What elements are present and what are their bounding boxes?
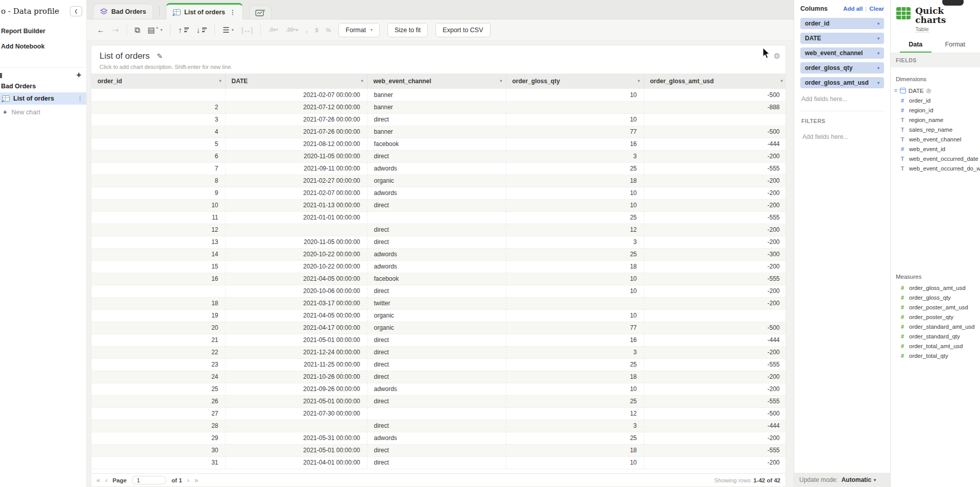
table-row[interactable]: 142020-10-22 00:00:00adwords25-300 <box>91 248 786 260</box>
table-row[interactable]: 202021-04-17 00:00:00organic77-500 <box>91 322 786 334</box>
column-pill-order_gloss_amt_usd[interactable]: order_gloss_amt_usd▾ <box>800 77 884 88</box>
export-to-csv-button[interactable]: Export to CSV <box>435 23 490 37</box>
tab-format[interactable]: Format <box>936 41 975 53</box>
dimension-region_id[interactable]: #region_id <box>891 106 980 115</box>
sidebar-item-report-builder[interactable]: Report Builder <box>0 23 86 39</box>
page-number-input[interactable] <box>132 476 166 484</box>
previous-page-icon[interactable]: ‹ <box>105 476 107 484</box>
column-header-web_event_channel[interactable]: web_event_channel▾ <box>367 74 506 89</box>
add-all-link[interactable]: Add all <box>843 6 863 12</box>
dimension-DATE[interactable]: =DATE◎ <box>891 86 980 96</box>
back-arrow-icon[interactable]: ← <box>97 26 105 34</box>
column-header-order_id[interactable]: order_id▾ <box>91 74 225 89</box>
table-row[interactable]: 272021-07-30 00:00:0012-500 <box>91 407 786 420</box>
table-row[interactable]: 262021-05-01 00:00:00direct25-555 <box>91 395 786 407</box>
column-pill-order_gloss_qty[interactable]: order_gloss_qty▾ <box>800 62 884 74</box>
add-report-button[interactable]: + <box>77 72 81 78</box>
first-page-icon[interactable]: « <box>96 476 100 484</box>
measure-order_gloss_amt_usd[interactable]: #order_gloss_amt_usd <box>891 283 980 293</box>
tab-options-kebab-icon[interactable]: ⋮ <box>230 9 236 16</box>
table-row[interactable]: 32021-07-26 00:00:00direct10 <box>91 113 786 126</box>
next-page-icon[interactable]: › <box>187 476 189 484</box>
dimension-web_event_occurred_do_w_n[interactable]: Tweb_event_occurred_do_w_n <box>891 164 980 174</box>
edit-title-pencil-icon[interactable]: ✎ <box>157 52 163 60</box>
tab-data[interactable]: Data <box>896 41 936 53</box>
column-pill-web_event_channel[interactable]: web_event_channel▾ <box>800 47 884 59</box>
number-field-icon: # <box>899 295 905 301</box>
table-row[interactable]: 112021-01-01 00:00:0025-555 <box>91 211 786 224</box>
dimension-sales_rep_name[interactable]: Tsales_rep_name <box>891 125 980 135</box>
table-row[interactable]: 82021-02-27 00:00:00organic18-200 <box>91 175 786 187</box>
dimension-web_event_id[interactable]: #web_event_id <box>891 144 980 154</box>
measure-order_poster_qty[interactable]: #order_poster_qty <box>891 312 980 322</box>
calendar-icon <box>900 88 906 93</box>
table-row[interactable]: 62020-11-05 00:00:00direct3-200 <box>91 150 786 162</box>
update-mode-dropdown[interactable]: Automatic ▾ <box>841 476 876 483</box>
format-button[interactable]: Format▾ <box>338 23 380 37</box>
sidebar-collapse-button[interactable]: ❮ <box>70 6 82 16</box>
column-pill-order_id[interactable]: order_id▾ <box>800 18 884 29</box>
table-row[interactable]: 132020-11-05 00:00:00direct3-200 <box>91 236 786 248</box>
sort-descending-icon[interactable]: ↓ <box>197 26 207 34</box>
measure-order_poster_amt_usd[interactable]: #order_poster_amt_usd <box>891 303 980 312</box>
column-header-DATE[interactable]: DATE▾ <box>225 74 367 89</box>
columns-add-fields-dropzone[interactable]: Add fields here... <box>800 92 884 111</box>
chart-title[interactable]: List of orders <box>100 51 150 61</box>
measure-order_gloss_qty[interactable]: #order_gloss_qty <box>891 293 980 303</box>
filters-add-fields-dropzone[interactable]: Add fields here... <box>801 124 883 149</box>
dimension-web_event_channel[interactable]: Tweb_event_channel <box>891 135 980 144</box>
align-icon[interactable]: ☰▾ <box>223 26 233 34</box>
table-row[interactable]: 52021-08-12 00:00:00facebook16-444 <box>91 138 786 150</box>
table-settings-gear-icon[interactable]: ⚙ <box>774 52 780 61</box>
chart-description-placeholder[interactable]: Click to add chart description. Shift-en… <box>100 64 777 70</box>
sidebar-item-add-notebook[interactable]: Add Notebook <box>0 39 86 54</box>
table-row[interactable]: 212021-05-01 00:00:00direct16-444 <box>91 334 786 346</box>
sidebar-report-bad-orders[interactable]: Bad Orders <box>0 80 86 92</box>
comma-format-icon: , <box>306 27 307 33</box>
clear-link[interactable]: Clear <box>869 6 884 12</box>
number-field-icon: # <box>899 285 905 291</box>
table-row[interactable]: 232021-11-25 00:00:00direct25-555 <box>91 358 786 371</box>
dimension-web_event_occurred_date[interactable]: Tweb_event_occurred_date <box>891 154 980 164</box>
table-row[interactable]: 92021-02-07 00:00:00adwords10-200 <box>91 187 786 199</box>
table-row[interactable]: 242021-10-26 00:00:00direct18-200 <box>91 371 786 383</box>
size-to-fit-button[interactable]: Size to fit <box>387 23 428 37</box>
table-row[interactable]: 42021-07-26 00:00:00banner77-500 <box>91 126 786 138</box>
table-row[interactable]: 312021-04-01 00:00:00direct10-200 <box>91 456 786 469</box>
measure-order_total_amt_usd[interactable]: #order_total_amt_usd <box>891 342 980 351</box>
new-chart-tab-button[interactable]: + <box>249 5 272 19</box>
remove-chart-icon[interactable]: ▤×▾ <box>148 26 162 34</box>
measure-order_standard_amt_usd[interactable]: #order_standard_amt_usd <box>891 322 980 332</box>
table-row[interactable]: 12direct12-200 <box>91 224 786 236</box>
table-row[interactable]: 2021-02-07 00:00:00banner10-500 <box>91 89 786 101</box>
column-header-order_gloss_qty[interactable]: order_gloss_qty▾ <box>506 74 644 89</box>
chart-options-kebab-icon[interactable]: ⋮ <box>77 95 83 102</box>
column-header-order_gloss_amt_usd[interactable]: order_gloss_amt_usd▾ <box>644 74 786 89</box>
table-row[interactable]: 182021-03-17 00:00:00twitter-200 <box>91 297 786 309</box>
dimension-region_name[interactable]: Tregion_name <box>891 115 980 125</box>
table-row[interactable]: 2020-10-06 00:00:00direct10-200 <box>91 285 786 297</box>
table-row[interactable]: 22021-07-12 00:00:00banner-888 <box>91 101 786 113</box>
table-row[interactable]: 302021-05-01 00:00:00direct18-555 <box>91 444 786 456</box>
sidebar-item-new-chart[interactable]: + New chart <box>0 105 86 119</box>
last-page-icon[interactable]: » <box>194 476 198 484</box>
table-row[interactable]: 222021-12-24 00:00:00direct3-200 <box>91 346 786 358</box>
table-row[interactable]: 252021-09-26 00:00:00adwords10-200 <box>91 383 786 395</box>
table-row[interactable]: 292021-05-31 00:00:00adwords25-200 <box>91 432 786 444</box>
measure-order_total_qty[interactable]: #order_total_qty <box>891 351 980 361</box>
sort-ascending-icon[interactable]: ↑ <box>178 26 189 34</box>
tab-list-of-orders[interactable]: ✓ List of orders ⋮ <box>166 3 243 19</box>
table-row[interactable]: 152020-10-22 00:00:00adwords18-200 <box>91 260 786 273</box>
measure-order_standard_qty[interactable]: #order_standard_qty <box>891 332 980 342</box>
table-row[interactable]: 102021-01-13 00:00:00direct10-200 <box>91 199 786 211</box>
table-row[interactable]: 72021-09-11 00:00:00adwords25-555 <box>91 162 786 175</box>
chart-type-label[interactable]: Table <box>915 26 928 33</box>
table-row[interactable]: 192021-04-05 00:00:00organic10 <box>91 309 786 322</box>
column-pill-DATE[interactable]: DATE▾ <box>800 33 884 44</box>
table-row[interactable]: 28direct3-444 <box>91 420 786 432</box>
sidebar-item-list-of-orders[interactable]: ✓ List of orders ⋮ <box>0 92 86 105</box>
dimension-order_id[interactable]: #order_id <box>891 96 980 106</box>
table-row[interactable]: 162021-04-05 00:00:00facebook10-555 <box>91 273 786 285</box>
tab-bad-orders[interactable]: Bad Orders <box>93 4 153 19</box>
duplicate-chart-icon[interactable]: ⧉ <box>135 26 140 34</box>
